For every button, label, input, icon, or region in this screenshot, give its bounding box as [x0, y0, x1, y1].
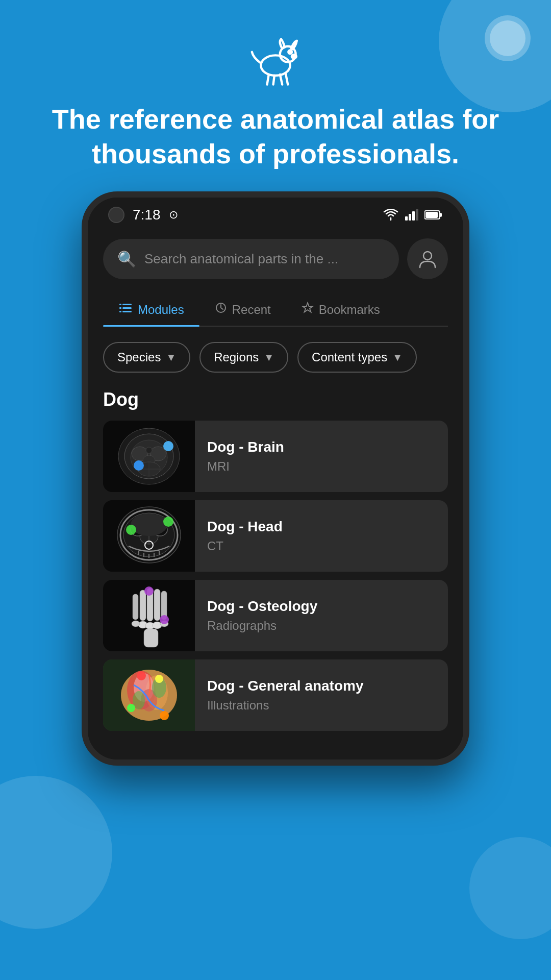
filter-content-types-label: Content types — [312, 350, 387, 364]
svg-point-32 — [146, 447, 152, 453]
card-dog-brain[interactable]: Dog - Brain MRI — [103, 421, 448, 492]
profile-badge-inner — [490, 20, 525, 56]
signal-icon — [405, 209, 418, 220]
search-bar[interactable]: 🔍 Search anatomical parts in the ... — [103, 239, 399, 279]
filter-row: Species ▼ Regions ▼ Content types ▼ — [103, 342, 448, 373]
card-brain-subtitle: MRI — [207, 459, 436, 474]
card-osteo-subtitle: Radiographs — [207, 619, 436, 633]
svg-rect-20 — [119, 307, 121, 309]
tab-recent[interactable]: Recent — [199, 293, 286, 326]
svg-point-7 — [292, 55, 296, 58]
status-left: 7:18 ⊙ — [108, 207, 178, 223]
svg-point-54 — [163, 517, 173, 527]
card-dog-head[interactable]: Dog - Head CT — [103, 500, 448, 572]
card-head-image — [103, 500, 195, 572]
card-head-title: Dog - Head — [207, 519, 436, 535]
svg-point-15 — [423, 252, 432, 260]
card-general-info: Dog - General anatomy Illustrations — [195, 668, 448, 723]
card-head-subtitle: CT — [207, 539, 436, 553]
filter-content-types[interactable]: Content types ▼ — [297, 342, 417, 373]
svg-point-36 — [163, 441, 173, 451]
card-dog-general[interactable]: Dog - General anatomy Illustrations — [103, 659, 448, 731]
tab-modules[interactable]: Modules — [103, 293, 199, 326]
svg-rect-58 — [154, 589, 160, 621]
svg-rect-21 — [119, 311, 121, 312]
status-icon-nfc: ⊙ — [169, 208, 178, 222]
tabs: Modules Recent — [103, 293, 448, 327]
svg-point-77 — [137, 671, 146, 680]
svg-point-78 — [160, 711, 169, 720]
profile-badge-header — [485, 15, 531, 61]
phone-wrapper: 7:18 ⊙ — [0, 191, 551, 766]
section-title: Dog — [103, 389, 448, 410]
card-brain-image — [103, 421, 195, 492]
species-chevron-icon: ▼ — [166, 352, 176, 363]
svg-rect-56 — [140, 590, 146, 621]
svg-point-67 — [144, 586, 154, 596]
profile-button[interactable] — [407, 238, 448, 279]
svg-line-2 — [267, 75, 269, 85]
app-header: The reference anatomical atlas for thous… — [0, 0, 551, 191]
tab-recent-label: Recent — [232, 303, 271, 317]
card-general-title: Dog - General anatomy — [207, 678, 436, 694]
filter-regions-label: Regions — [214, 350, 259, 364]
search-icon: 🔍 — [117, 250, 136, 268]
bg-decoration-bottom-left — [0, 776, 112, 929]
search-placeholder-text: Search anatomical parts in the ... — [144, 251, 338, 267]
svg-point-6 — [288, 51, 292, 54]
svg-line-4 — [280, 75, 282, 85]
svg-rect-14 — [440, 213, 442, 217]
tab-bookmarks[interactable]: Bookmarks — [286, 293, 395, 326]
modules-icon — [118, 302, 133, 317]
filter-regions[interactable]: Regions ▼ — [199, 342, 288, 373]
svg-point-65 — [132, 621, 140, 627]
bookmarks-icon — [302, 302, 314, 317]
svg-point-68 — [160, 615, 169, 624]
card-general-subtitle: Illustrations — [207, 698, 436, 713]
header-title: The reference anatomical atlas for thous… — [0, 102, 551, 171]
svg-rect-8 — [405, 216, 408, 220]
svg-rect-16 — [122, 304, 132, 305]
dog-icon — [247, 31, 304, 87]
recent-icon — [215, 302, 227, 317]
svg-point-37 — [134, 460, 144, 471]
svg-rect-19 — [119, 304, 121, 305]
svg-rect-9 — [409, 214, 411, 220]
card-general-image — [103, 659, 195, 731]
card-brain-info: Dog - Brain MRI — [195, 429, 448, 484]
content-types-chevron-icon: ▼ — [392, 352, 403, 363]
svg-line-24 — [221, 308, 223, 309]
phone-mockup: 7:18 ⊙ — [82, 191, 469, 766]
card-osteo-image — [103, 580, 195, 651]
card-head-info: Dog - Head CT — [195, 508, 448, 564]
card-brain-title: Dog - Brain — [207, 439, 436, 455]
tab-modules-label: Modules — [138, 303, 184, 317]
bg-decoration-bottom-right — [469, 837, 551, 939]
svg-line-3 — [273, 76, 274, 85]
wifi-icon — [383, 209, 399, 221]
svg-line-5 — [286, 74, 288, 85]
status-right — [383, 209, 443, 221]
svg-point-79 — [127, 704, 135, 712]
battery-icon — [424, 209, 443, 220]
card-osteo-info: Dog - Osteology Radiographs — [195, 588, 448, 643]
regions-chevron-icon: ▼ — [264, 352, 274, 363]
status-time: 7:18 — [133, 207, 161, 223]
svg-rect-13 — [425, 212, 438, 218]
filter-species-label: Species — [117, 350, 161, 364]
tab-bookmarks-label: Bookmarks — [319, 303, 380, 317]
svg-rect-10 — [412, 211, 415, 220]
card-dog-osteology[interactable]: Dog - Osteology Radiographs — [103, 580, 448, 651]
card-osteo-title: Dog - Osteology — [207, 598, 436, 615]
filter-species[interactable]: Species ▼ — [103, 342, 190, 373]
svg-rect-66 — [144, 629, 158, 647]
svg-point-46 — [131, 513, 167, 536]
search-row: 🔍 Search anatomical parts in the ... — [103, 238, 448, 279]
svg-rect-18 — [122, 311, 132, 312]
status-bar: 7:18 ⊙ — [88, 198, 463, 228]
app-content: 🔍 Search anatomical parts in the ... — [88, 228, 463, 760]
svg-point-80 — [155, 675, 163, 683]
user-icon — [418, 249, 437, 268]
svg-rect-11 — [416, 209, 418, 220]
svg-point-53 — [126, 525, 136, 535]
